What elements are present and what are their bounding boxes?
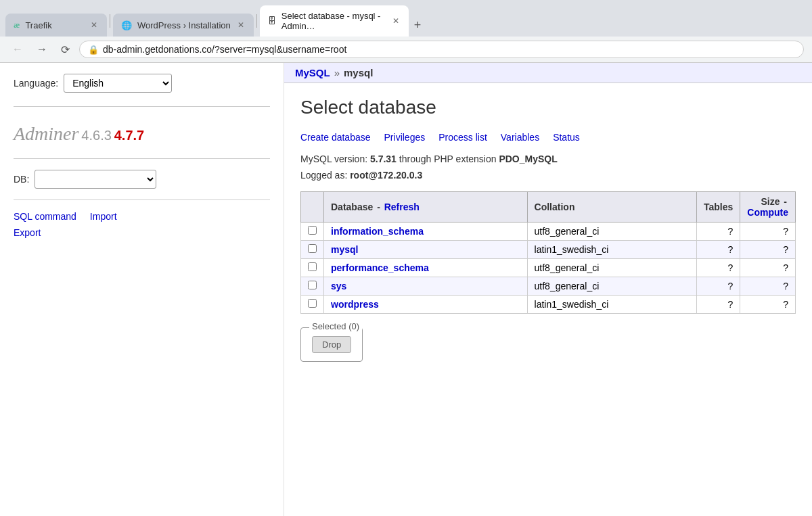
selected-box: Selected (0) Drop <box>300 327 363 362</box>
table-row: performance_schema utf8_general_ci ? ? <box>301 259 796 277</box>
db-link-sys[interactable]: sys <box>331 281 346 291</box>
privileges-link[interactable]: Privileges <box>384 132 426 143</box>
row-collation-cell-sys: utf8_general_ci <box>527 277 696 296</box>
row-size-cell-performance_schema: ? <box>740 259 796 277</box>
sidebar-link-row-1: SQL command Import <box>14 211 270 222</box>
breadcrumb-mysql-link[interactable]: MySQL <box>295 67 330 78</box>
col-database-refresh-link[interactable]: Refresh <box>384 202 420 212</box>
row-tables-cell-sys: ? <box>697 277 740 296</box>
row-db-name-cell-information_schema: information_schema <box>324 222 528 241</box>
col-collation-text: Collation <box>535 202 575 212</box>
create-database-link[interactable]: Create database <box>300 132 371 143</box>
table-row: mysql latin1_swedish_ci ? ? <box>301 241 796 259</box>
tab-wordpress-close[interactable]: ✕ <box>236 19 246 31</box>
row-tables-cell-wordpress: ? <box>697 296 740 314</box>
export-link[interactable]: Export <box>14 227 41 238</box>
page-content: Language: English Adminer 4.6.3 4.7.7 DB… <box>0 63 812 516</box>
tab-adminer-close[interactable]: ✕ <box>391 15 401 27</box>
db-row: DB: <box>14 170 270 189</box>
refresh-button[interactable]: ⟳ <box>57 42 74 57</box>
row-checkbox-mysql[interactable] <box>308 244 317 253</box>
tab-adminer[interactable]: 🗄 Select database - mysql - Admin… ✕ <box>260 5 409 37</box>
content-area: Select database Create database Privileg… <box>284 83 812 375</box>
sql-command-link[interactable]: SQL command <box>14 211 76 222</box>
language-row: Language: English <box>14 74 270 93</box>
row-checkbox-sys[interactable] <box>308 281 317 289</box>
row-checkbox-cell <box>301 277 324 296</box>
page-title: Select database <box>300 97 796 118</box>
row-db-name-cell-wordpress: wordpress <box>324 296 528 314</box>
selected-legend: Selected (0) <box>309 321 362 331</box>
breadcrumb-separator: » <box>334 67 340 78</box>
table-row: wordpress latin1_swedish_ci ? ? <box>301 296 796 314</box>
row-collation-cell-mysql: latin1_swedish_ci <box>527 241 696 259</box>
row-checkbox-information_schema[interactable] <box>308 226 317 235</box>
tab-traefik-icon: æ <box>14 20 20 30</box>
col-database-text: Database <box>331 202 373 212</box>
row-collation-cell-information_schema: utf8_general_ci <box>527 222 696 241</box>
process-list-link[interactable]: Process list <box>438 132 487 143</box>
drop-button[interactable]: Drop <box>312 336 351 353</box>
tab-adminer-label: Select database - mysql - Admin… <box>281 11 386 31</box>
db-select[interactable] <box>35 170 156 189</box>
row-tables-cell-performance_schema: ? <box>697 259 740 277</box>
breadcrumb-bar: MySQL » mysql <box>284 63 812 83</box>
import-link[interactable]: Import <box>90 211 117 222</box>
col-size-text: Size <box>761 196 780 207</box>
db-link-information_schema[interactable]: information_schema <box>331 226 424 237</box>
sidebar-divider-3 <box>14 200 270 200</box>
tab-traefik[interactable]: æ Traefik ✕ <box>5 14 107 37</box>
forward-button[interactable]: → <box>32 42 51 57</box>
col-size-compute-link[interactable]: Compute <box>747 207 788 218</box>
db-link-performance_schema[interactable]: performance_schema <box>331 262 429 273</box>
logged-as-info: Logged as: root@172.20.0.3 <box>300 170 796 181</box>
db-link-wordpress[interactable]: wordpress <box>331 299 379 310</box>
logged-prefix: Logged as: <box>300 170 350 181</box>
db-link-mysql[interactable]: mysql <box>331 244 358 255</box>
col-header-collation: Collation <box>527 192 696 222</box>
tab-adminer-icon: 🗄 <box>268 16 276 26</box>
variables-link[interactable]: Variables <box>501 132 539 143</box>
tab-wordpress[interactable]: 🌐 WordPress › Installation ✕ <box>113 14 254 37</box>
version-number: 5.7.31 <box>370 154 397 164</box>
back-button[interactable]: ← <box>8 42 27 57</box>
database-table: Database - Refresh Collation Tables <box>300 191 796 314</box>
row-tables-cell-information_schema: ? <box>697 222 740 241</box>
main-content: MySQL » mysql Select database Create dat… <box>284 63 812 516</box>
sidebar-link-row-2: Export <box>14 227 270 238</box>
language-select[interactable]: English <box>64 74 172 93</box>
table-row: sys utf8_general_ci ? ? <box>301 277 796 296</box>
table-row: information_schema utf8_general_ci ? ? <box>301 222 796 241</box>
db-label: DB: <box>14 174 29 185</box>
breadcrumb: MySQL » mysql <box>295 67 801 78</box>
sidebar-divider-1 <box>14 106 270 107</box>
tab-traefik-close[interactable]: ✕ <box>89 19 99 31</box>
row-checkbox-cell <box>301 241 324 259</box>
logged-as: root@172.20.0.3 <box>350 170 422 181</box>
action-links: Create database Privileges Process list … <box>300 132 796 143</box>
row-size-cell-information_schema: ? <box>740 222 796 241</box>
status-link[interactable]: Status <box>553 132 580 143</box>
row-db-name-cell-performance_schema: performance_schema <box>324 259 528 277</box>
adminer-version-old: 4.6.3 <box>81 128 111 143</box>
row-checkbox-cell <box>301 296 324 314</box>
address-text: db-admin.getdonations.co/?server=mysql&u… <box>103 44 795 55</box>
row-collation-cell-performance_schema: utf8_general_ci <box>527 259 696 277</box>
row-checkbox-wordpress[interactable] <box>308 299 317 308</box>
col-header-checkbox <box>301 192 324 222</box>
browser-toolbar: ← → ⟳ 🔒 db-admin.getdonations.co/?server… <box>0 37 812 63</box>
tab-wordpress-icon: 🌐 <box>121 20 132 30</box>
address-bar[interactable]: 🔒 db-admin.getdonations.co/?server=mysql… <box>79 41 804 58</box>
adminer-brand: Adminer <box>14 123 78 144</box>
language-label: Language: <box>14 78 58 89</box>
new-tab-button[interactable]: + <box>409 16 427 35</box>
version-info: MySQL version: 5.7.31 through PHP extens… <box>300 154 796 164</box>
database-table-body: information_schema utf8_general_ci ? ? m… <box>301 222 796 314</box>
tab-separator-2 <box>256 14 257 28</box>
row-checkbox-cell <box>301 259 324 277</box>
row-size-cell-sys: ? <box>740 277 796 296</box>
tab-wordpress-label: WordPress › Installation <box>137 20 231 30</box>
row-db-name-cell-mysql: mysql <box>324 241 528 259</box>
row-checkbox-performance_schema[interactable] <box>308 262 317 271</box>
row-size-cell-wordpress: ? <box>740 296 796 314</box>
